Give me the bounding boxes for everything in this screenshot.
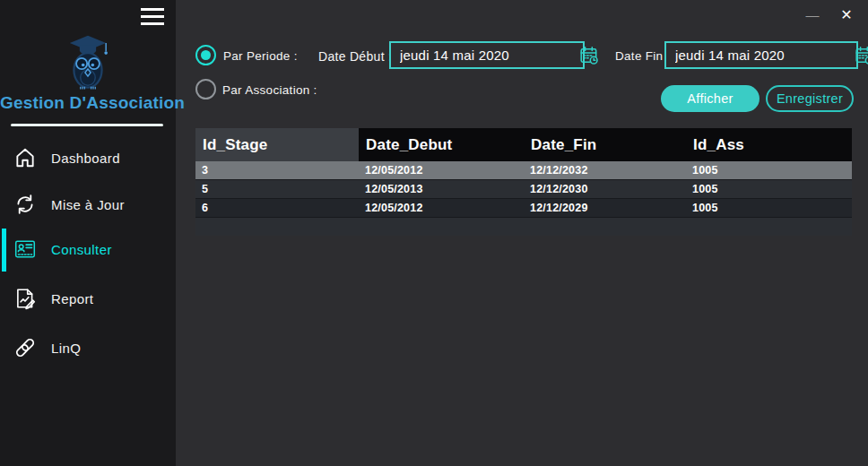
column-header-date-fin[interactable]: Date_Fin — [524, 128, 686, 161]
cell-date-debut: 12/05/2012 — [359, 161, 524, 179]
calendar-icon[interactable] — [854, 46, 868, 65]
hamburger-bar — [141, 15, 164, 18]
hamburger-bar — [141, 22, 164, 25]
afficher-button[interactable]: Afficher — [661, 85, 760, 112]
report-icon — [13, 287, 37, 310]
date-fin-input[interactable] — [666, 47, 854, 63]
par-periode-label: Par Periode : — [223, 49, 298, 63]
date-debut-picker[interactable] — [389, 41, 585, 69]
sidebar-item-label: Dashboard — [51, 151, 120, 166]
cell-id-stage: 3 — [195, 161, 359, 179]
enregistrer-button[interactable]: Enregistrer — [766, 85, 854, 112]
cell-date-debut: 12/05/2013 — [359, 180, 524, 198]
calendar-icon[interactable] — [578, 46, 600, 65]
date-fin-picker[interactable] — [664, 41, 858, 69]
sidebar-item-label: LinQ — [51, 341, 81, 356]
close-button[interactable]: ✕ — [834, 4, 859, 27]
cell-date-debut: 12/05/2012 — [359, 199, 524, 217]
cell-id-stage: 6 — [195, 199, 359, 217]
sidebar-item-linq[interactable]: LinQ — [0, 327, 176, 368]
cell-id-stage: 5 — [195, 180, 359, 198]
sidebar-item-dashboard[interactable]: Dashboard — [0, 137, 176, 178]
cell-id-ass: 1005 — [686, 180, 852, 198]
column-header-date-debut[interactable]: Date_Debut — [359, 128, 524, 161]
sync-icon — [13, 193, 37, 216]
app-title: Gestion D'Association — [0, 93, 176, 113]
date-debut-label: Date Début : — [318, 49, 392, 64]
sidebar-item-mise-a-jour[interactable]: Mise à Jour — [0, 184, 176, 225]
sidebar-item-label: Consulter — [51, 242, 112, 257]
table-row[interactable]: 6 12/05/2012 12/12/2029 1005 — [195, 199, 852, 218]
sidebar-item-label: Mise à Jour — [51, 197, 125, 212]
owl-graduate-icon — [58, 34, 117, 93]
sidebar: Gestion D'Association Dashboard Mise à J… — [0, 0, 176, 466]
radio-par-association[interactable] — [195, 79, 216, 99]
link-icon — [13, 336, 37, 359]
radio-par-periode[interactable] — [195, 45, 216, 65]
table-row[interactable]: 3 12/05/2012 12/12/2032 1005 — [195, 161, 852, 180]
sidebar-item-consulter[interactable]: Consulter — [0, 229, 176, 270]
stages-table: Id_Stage Date_Debut Date_Fin Id_Ass 3 12… — [195, 128, 852, 236]
hamburger-bar — [141, 8, 164, 11]
radio-dot — [201, 50, 211, 60]
sidebar-divider — [11, 124, 163, 126]
date-fin-label: Date Fin : — [615, 49, 671, 63]
cell-id-ass: 1005 — [686, 161, 852, 179]
minimize-button[interactable]: — — [800, 4, 825, 27]
column-header-id-ass[interactable]: Id_Ass — [686, 128, 852, 161]
id-card-icon — [13, 237, 37, 261]
par-association-label: Par Association : — [222, 83, 317, 97]
cell-date-fin: 12/12/2029 — [524, 199, 686, 217]
cell-date-fin: 12/12/2030 — [524, 180, 686, 198]
column-header-id-stage[interactable]: Id_Stage — [195, 128, 359, 161]
date-debut-input[interactable] — [391, 47, 578, 63]
home-icon — [13, 146, 37, 169]
table-row[interactable]: 5 12/05/2013 12/12/2030 1005 — [195, 180, 852, 199]
owl-logo — [0, 34, 176, 97]
cell-id-ass: 1005 — [686, 199, 852, 217]
table-empty-area — [195, 218, 852, 236]
hamburger-menu-icon[interactable] — [141, 8, 164, 28]
cell-date-fin: 12/12/2032 — [524, 161, 686, 179]
sidebar-item-report[interactable]: Report — [0, 278, 176, 319]
sidebar-item-label: Report — [51, 291, 93, 306]
table-header-row: Id_Stage Date_Debut Date_Fin Id_Ass — [195, 128, 852, 161]
